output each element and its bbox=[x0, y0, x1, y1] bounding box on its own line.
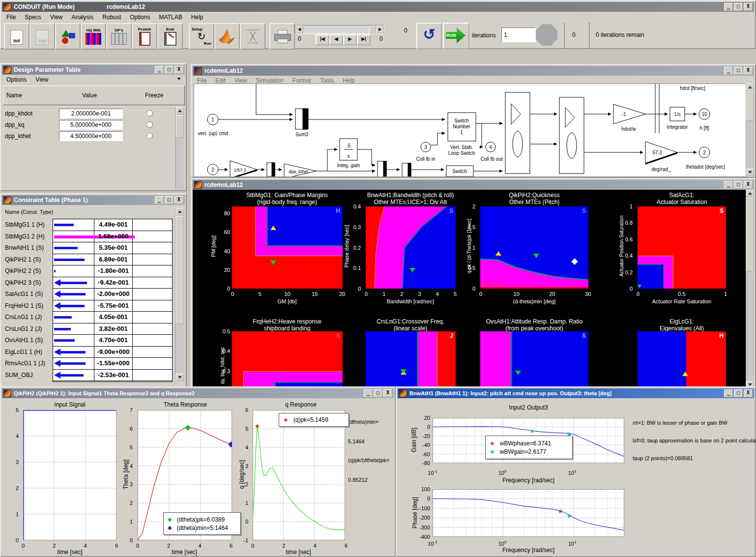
constraint-row-name[interactable]: FrqHeH2 1 (S) bbox=[5, 302, 43, 309]
run-button[interactable]: RUN bbox=[443, 23, 469, 49]
constraint-row[interactable]: -9.42e-001 bbox=[53, 277, 172, 289]
minimize-icon[interactable]: _ bbox=[364, 389, 373, 397]
maximize-icon[interactable]: □ bbox=[734, 3, 743, 11]
menu-view[interactable]: View bbox=[31, 75, 53, 84]
constraint-row[interactable]: -2.00e+000 bbox=[53, 289, 172, 300]
minimize-icon[interactable]: _ bbox=[724, 67, 733, 75]
qik-titlebar[interactable]: QikPiH2 (QikPiH2 1): Input Signal1 Theta… bbox=[2, 388, 394, 398]
spec-titlebar[interactable]: rcdemoLab12 _ □ X bbox=[193, 180, 754, 190]
constraint-row[interactable]: -1.80e-001 bbox=[53, 265, 172, 277]
constraint-row-name[interactable]: SatAcG1 1 (S) bbox=[5, 291, 43, 297]
case-slider[interactable]: ◀ ▶ bbox=[295, 25, 384, 34]
close-icon[interactable]: X bbox=[744, 67, 753, 75]
stop-button[interactable] bbox=[536, 24, 557, 46]
constraint-titlebar[interactable]: Constraint Table (Phase 1) _ □ X bbox=[2, 195, 185, 205]
conduit-button[interactable]: CONDUIT KPTEK bbox=[240, 23, 265, 50]
next-icon[interactable]: ▶ bbox=[343, 34, 357, 45]
menu-specs[interactable]: Specs bbox=[20, 13, 45, 22]
reset-button[interactable]: ↺ bbox=[416, 23, 442, 49]
minimize-icon[interactable]: _ bbox=[724, 3, 733, 11]
dps-button[interactable]: DP's bbox=[106, 23, 132, 50]
design-scrollbar[interactable] bbox=[175, 107, 184, 189]
spec-scrollbar[interactable] bbox=[746, 190, 754, 388]
plot-button[interactable] bbox=[55, 23, 81, 50]
constraint-row-name[interactable]: RmsAcG1 1 (J) bbox=[5, 360, 45, 367]
freeze-radio[interactable] bbox=[146, 110, 153, 117]
menu-file[interactable]: File bbox=[2, 13, 20, 22]
maximize-icon[interactable]: □ bbox=[165, 66, 174, 74]
setup-run-button[interactable]: Setup ↻ Run bbox=[189, 23, 214, 50]
constraint-row[interactable]: -9.00e+000 bbox=[53, 347, 172, 358]
slider-right-arrow-icon[interactable]: ▶ bbox=[376, 26, 384, 33]
constraint-scrollbar[interactable] bbox=[175, 208, 184, 381]
constraint-row[interactable]: 5.35e-001 bbox=[53, 242, 172, 254]
constraint-row-name[interactable]: BnwAtH1 1 (S) bbox=[5, 244, 44, 251]
constraint-row[interactable]: -1.55e+000 bbox=[53, 358, 172, 370]
prev-icon[interactable]: ◀ bbox=[329, 34, 343, 45]
hqmin-button[interactable]: HQ MIN bbox=[81, 23, 106, 50]
menu-robust[interactable]: Robust bbox=[98, 13, 125, 22]
minimize-icon[interactable]: _ bbox=[724, 389, 733, 397]
minimize-icon[interactable]: _ bbox=[155, 196, 164, 204]
simulink-titlebar[interactable]: rcdemoLab12 _ □ X bbox=[193, 66, 754, 76]
menu-view[interactable]: View bbox=[46, 13, 67, 22]
constraint-row[interactable]: 1.68e+000 bbox=[53, 231, 172, 243]
constraint-row-name[interactable]: CrsLnG1 1 (J) bbox=[5, 314, 42, 321]
close-icon[interactable]: X bbox=[174, 66, 183, 74]
menu-help[interactable]: Help bbox=[187, 13, 208, 22]
param-value-field[interactable]: 2.000000e-001 bbox=[59, 109, 123, 118]
constraint-row-name[interactable]: StbMgG1 1 (H) bbox=[5, 221, 45, 228]
constraint-row[interactable]: 4.49e-001 bbox=[53, 219, 172, 231]
maximize-icon[interactable]: □ bbox=[734, 67, 743, 75]
constraint-row[interactable]: 6.89e-001 bbox=[53, 254, 172, 266]
constraint-row[interactable]: 4.05e-001 bbox=[53, 312, 172, 323]
constraint-row-name[interactable]: EigLcG1 1 (H) bbox=[5, 349, 42, 355]
sqpt-button[interactable]: Sqpt bbox=[29, 23, 55, 50]
matlab-button[interactable] bbox=[214, 23, 240, 50]
constraint-row-name[interactable]: QikPiH2 3 (S) bbox=[5, 279, 41, 286]
minimize-icon[interactable]: _ bbox=[724, 181, 733, 189]
close-icon[interactable]: X bbox=[744, 181, 753, 189]
param-value-field[interactable]: 5.000000e+000 bbox=[59, 120, 123, 130]
param-row[interactable]: dpp_khdot 2.000000e-001 bbox=[1, 108, 188, 120]
close-icon[interactable]: X bbox=[383, 389, 392, 397]
eval-button[interactable]: Eval bbox=[157, 23, 183, 50]
close-icon[interactable]: X bbox=[744, 389, 753, 397]
constraint-row-name[interactable]: SUM_OBJ bbox=[5, 372, 33, 379]
first-icon[interactable]: |◀ bbox=[316, 34, 329, 45]
menu-options[interactable]: Options bbox=[125, 13, 154, 22]
iterations-input[interactable] bbox=[501, 28, 536, 42]
freeze-radio[interactable] bbox=[146, 121, 153, 128]
maximize-icon[interactable]: □ bbox=[165, 196, 174, 204]
maximize-icon[interactable]: □ bbox=[374, 389, 382, 397]
constraint-row-name[interactable]: QikPiH2 2 (S) bbox=[5, 267, 41, 274]
menu-options[interactable]: Options bbox=[2, 75, 31, 84]
menu-chevron-icon[interactable] bbox=[177, 78, 181, 80]
last-icon[interactable]: ▶| bbox=[357, 34, 371, 45]
constraint-row-name[interactable]: CrsLnG1 2 (J) bbox=[5, 325, 42, 332]
simulink-scrollbar[interactable] bbox=[746, 84, 754, 176]
maximize-icon[interactable]: □ bbox=[734, 181, 743, 189]
menu-matlab[interactable]: MATLAB bbox=[155, 13, 187, 22]
param-value-field[interactable]: 4.500000e+000 bbox=[59, 131, 123, 141]
main-titlebar[interactable]: CONDUIT (Run Mode) rcdemoLab12 _ □ X bbox=[2, 2, 754, 12]
print-button[interactable] bbox=[269, 23, 295, 50]
slider-thumb[interactable] bbox=[369, 26, 376, 33]
freeze-radio[interactable] bbox=[146, 133, 153, 139]
close-icon[interactable]: X bbox=[174, 196, 183, 204]
pcomb-button[interactable]: Pcomb bbox=[132, 23, 157, 50]
param-row[interactable]: dpp_kthet 4.500000e+000 bbox=[1, 131, 188, 143]
bnw-titlebar[interactable]: BnwAtH1 (BnwAtH1 1): Input2: pitch att c… bbox=[398, 388, 754, 398]
init-button[interactable]: Init bbox=[4, 23, 29, 50]
constraint-row-name[interactable]: StbMgG1 2 (H) bbox=[5, 233, 45, 240]
menu-analysis[interactable]: Analysis bbox=[67, 13, 98, 22]
constraint-row[interactable]: -5.75e-001 bbox=[53, 300, 172, 312]
constraint-row[interactable]: 3.82e-001 bbox=[53, 323, 172, 335]
constraint-row-name[interactable]: OvsAtH1 1 (S) bbox=[5, 337, 43, 344]
constraint-row[interactable]: 4.70e-001 bbox=[53, 335, 172, 347]
maximize-icon[interactable]: □ bbox=[734, 389, 743, 397]
close-icon[interactable]: X bbox=[744, 3, 753, 11]
design-titlebar[interactable]: Design Parameter Table _ □ X bbox=[2, 65, 185, 75]
minimize-icon[interactable]: _ bbox=[155, 66, 164, 74]
param-row[interactable]: dpp_kq 5.000000e+000 bbox=[1, 119, 188, 131]
